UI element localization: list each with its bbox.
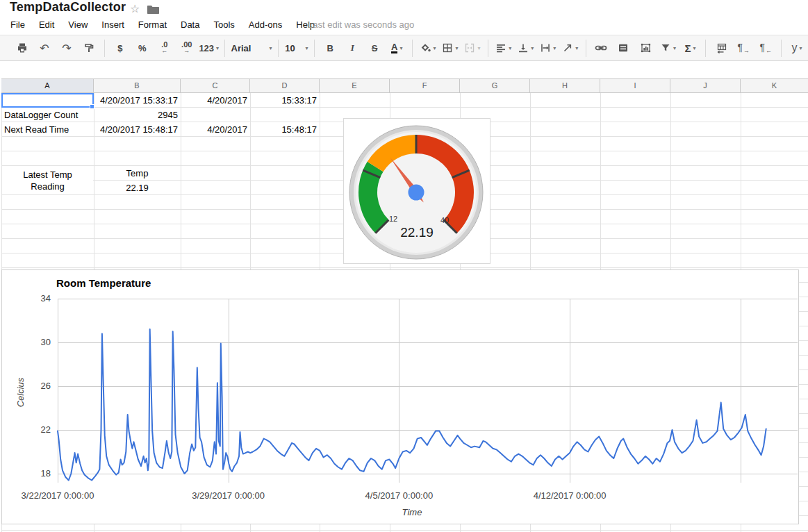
y-axis-tick-label: 22 [22,424,51,435]
column-header-H[interactable]: H [530,78,600,93]
print-icon [17,42,28,53]
increase-decimal-icon: .00→ [181,42,192,54]
insert-chart-button[interactable] [634,39,657,57]
cell-D1[interactable]: 15:33:17 [250,93,320,108]
column-header-G[interactable]: G [460,78,530,93]
paragraph-ltr-button[interactable]: ¶→ [732,39,755,57]
insert-link-button[interactable] [590,39,612,57]
menu-view[interactable]: View [61,18,94,32]
column-header-B[interactable]: B [94,78,181,93]
chevron-down-icon: ▾ [531,45,534,51]
filter-button[interactable]: ▾ [657,39,679,57]
borders-button[interactable]: ▾ [439,39,461,57]
column-header-A[interactable]: A [1,78,94,93]
format-currency-button[interactable]: $ [109,39,131,57]
italic-button[interactable]: I [341,39,363,57]
menu-format[interactable]: Format [131,18,174,32]
input-tools-button[interactable]: y▾ [786,39,808,57]
cell-B2[interactable]: 2945 [94,108,181,122]
paragraph-rtl-icon: ¶← [759,42,772,54]
insert-chart-icon [640,42,652,53]
wrap-text-icon [540,42,551,53]
chevron-down-icon: ▾ [509,45,511,51]
menu-add-ons[interactable]: Add-ons [242,18,289,32]
vertical-align-button[interactable]: ▾ [515,39,537,57]
x-axis-tick-label: 4/5/2017 0:00:00 [343,490,454,501]
number-format-button[interactable]: 123▾ [198,39,220,57]
menu-insert[interactable]: Insert [94,18,131,32]
line-chart[interactable]: Room Temperature Time Celcius 1822263034… [1,269,799,524]
undo-icon: ↶ [40,42,49,55]
cell-B1[interactable]: 4/20/2017 15:33:17 [94,93,181,108]
document-title[interactable]: TempDataCollector [10,0,126,15]
font-size-select[interactable]: 10▾ [283,39,310,57]
insert-comment-button[interactable] [612,39,634,57]
column-header-K[interactable]: K [741,78,808,93]
cell-A6-merged[interactable]: Latest Temp Reading [2,167,93,194]
decrease-decimal-button[interactable]: .0← [154,39,176,57]
print-button[interactable] [11,39,33,57]
menu-edit[interactable]: Edit [32,18,61,32]
chevron-down-icon: ▾ [575,45,578,51]
star-icon[interactable]: ☆ [130,2,140,15]
redo-icon: ↷ [62,42,71,55]
font-family-select[interactable]: Arial▾ [229,39,274,57]
bold-button[interactable]: B [319,39,341,57]
text-color-button[interactable]: A▾ [386,39,408,57]
column-header-C[interactable]: C [181,78,250,93]
increase-decimal-button[interactable]: .00→ [176,39,198,57]
menu-data[interactable]: Data [174,18,206,32]
text-rotation-button[interactable]: ▾ [559,39,582,57]
paint-format-button[interactable] [78,39,100,57]
fill-handle[interactable] [90,104,94,109]
merge-cells-button: ▾ [461,39,484,57]
column-header-J[interactable]: J [670,78,741,93]
column-header-D[interactable]: D [250,78,320,93]
menu-tools[interactable]: Tools [206,18,241,32]
link-icon [595,42,607,53]
functions-button[interactable]: Σ▾ [679,39,701,57]
borders-icon [442,42,453,53]
y-axis-title: Celcius [15,356,25,429]
chevron-down-icon: ▾ [693,45,695,51]
horizontal-align-button[interactable]: ▾ [493,39,515,57]
fill-color-icon [420,42,431,53]
merge-cells-icon [464,42,475,53]
column-header-F[interactable]: F [390,78,460,93]
cell-C1[interactable]: 4/20/2017 [181,93,250,108]
spreadsheet-app: TempDataCollector ☆ FileEditViewInsertFo… [0,0,808,532]
chevron-down-icon: ▾ [216,45,219,51]
cell-B6[interactable]: Temp [94,166,181,181]
undo-button[interactable]: ↶ [33,39,56,57]
last-edit-status[interactable]: Last edit was seconds ago [308,19,414,30]
format-percent-button[interactable]: % [131,39,154,57]
wrap-text-button[interactable]: ▾ [537,39,559,57]
fill-color-button[interactable]: ▾ [417,39,439,57]
menu-file[interactable]: File [3,18,32,32]
decrease-decimal-icon: .0← [161,42,167,54]
cell-D3[interactable]: 15:48:17 [250,122,320,137]
cell-B7[interactable]: 22.19 [94,181,181,195]
chevron-down-icon: ▾ [553,45,556,51]
strikethrough-button[interactable]: S [363,39,386,57]
column-header-I[interactable]: I [600,78,670,93]
gauge-dial [344,119,490,263]
active-cell-selection[interactable] [1,93,94,108]
vertical-align-icon [518,42,529,53]
paragraph-rtl-button[interactable]: ¶← [755,39,777,57]
chevron-down-icon: ▾ [269,45,272,51]
x-axis-title: Time [343,507,481,517]
menubar: FileEditViewInsertFormatDataToolsAdd-ons… [3,18,322,32]
chevron-down-icon: ▾ [477,45,480,51]
folder-icon[interactable] [147,5,159,15]
cell-C3[interactable]: 4/20/2017 [181,122,250,137]
cell-A3[interactable]: Next Read Time [1,122,94,137]
cell-A2[interactable]: DataLogger Count [1,108,94,122]
chevron-down-icon: ▾ [799,45,802,51]
gauge-chart[interactable]: 12 40 22.19 [343,118,490,264]
cell-B3[interactable]: 4/20/2017 15:48:17 [94,122,181,137]
column-header-E[interactable]: E [320,78,390,93]
redo-button[interactable]: ↷ [56,39,78,57]
gauge-max-label: 40 [434,216,455,224]
sheet-direction-button[interactable] [710,39,732,57]
